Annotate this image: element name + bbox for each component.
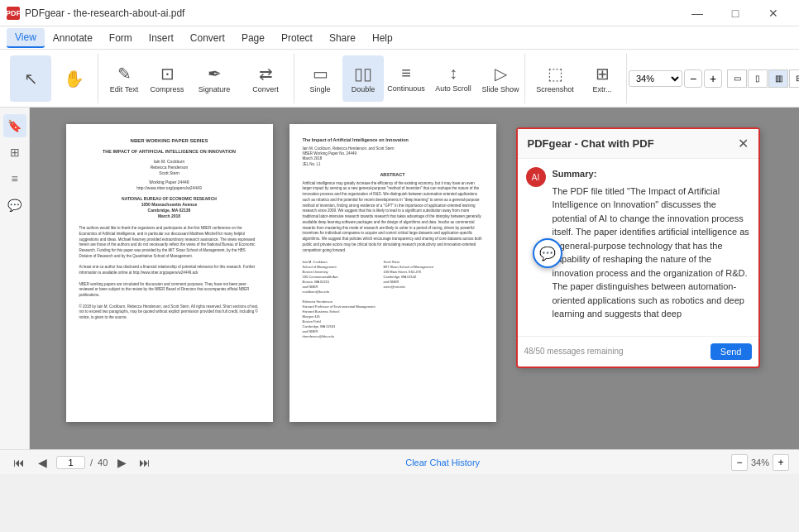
total-pages: 40 (98, 458, 108, 467)
slideshow-label: Slide Show (481, 85, 519, 93)
toolbar-edit-group: ✎ Edit Text ⊡ Compress ✒ Signature ⇄ Con… (100, 54, 294, 103)
last-page-button[interactable]: ⏭ (136, 453, 154, 472)
menu-item-insert[interactable]: Insert (141, 29, 182, 47)
cursor-icon: ↖ (24, 69, 38, 89)
title-bar: PDF PDFgear - the-research-about-ai.pdf … (0, 0, 799, 26)
app-icon: PDF (7, 7, 20, 20)
edit-text-label: Edit Text (110, 85, 138, 93)
menu-bar: ViewAnnotateFormInsertConvertPageProtect… (0, 26, 799, 50)
view-mode-4-button[interactable]: ⊟ (789, 69, 799, 88)
convert-button[interactable]: ⇄ Convert (241, 55, 290, 102)
page2-authors-line: Iain M. Cockburn, Rebecca Henderson, and… (303, 146, 483, 167)
toolbar-tools-group: ⬚ Screenshot ⊞ Extr... (527, 54, 627, 103)
slideshow-button[interactable]: ▷ Slide Show (480, 55, 521, 102)
sidebar-thumbnail-button[interactable]: ⊞ (3, 141, 26, 164)
page1-body: The authors would like to thank the orga… (79, 226, 260, 321)
double-view-button[interactable]: ▯▯ Double (342, 55, 384, 102)
main-toolbar: ↖ ✋ ✎ Edit Text ⊡ Compress ✒ Signature ⇄… (0, 50, 799, 108)
signature-label: Signature (199, 85, 231, 93)
toolbar-view-group: ▭ Single ▯▯ Double ≡ Continuous ↕ Auto S… (296, 54, 525, 103)
screenshot-button[interactable]: ⬚ Screenshot (530, 55, 580, 102)
convert-label: Convert (252, 85, 279, 93)
continuous-icon: ≡ (401, 64, 411, 83)
auto-scroll-button[interactable]: ↕ Auto Scroll (428, 55, 478, 102)
page1-working-paper: Working Paper 24449http://www.nber.org/p… (79, 180, 260, 191)
signature-icon: ✒ (208, 64, 222, 84)
sidebar-comment-button[interactable]: 💬 (3, 194, 26, 217)
menu-item-form[interactable]: Form (101, 29, 141, 47)
screenshot-label: Screenshot (536, 85, 574, 93)
signature-button[interactable]: ✒ Signature (189, 55, 239, 102)
prev-page-button[interactable]: ◀ (33, 453, 51, 472)
zoom-out-button[interactable]: − (684, 69, 702, 88)
double-icon: ▯▯ (354, 64, 372, 84)
page2-abstract: Artificial intelligence may greatly incr… (303, 181, 483, 254)
menu-item-view[interactable]: View (7, 28, 45, 48)
next-page-button[interactable]: ▶ (112, 453, 131, 472)
page-navigation: ⏮ ◀ / 40 ▶ ⏭ (10, 453, 154, 472)
menu-item-help[interactable]: Help (364, 29, 401, 47)
hand-tool-button[interactable]: ✋ (53, 55, 94, 102)
continuous-label: Continuous (387, 84, 425, 93)
view-mode-1-button[interactable]: ▭ (727, 69, 747, 88)
ai-avatar: AI (526, 167, 546, 187)
sidebar-layers-button[interactable]: ≡ (3, 167, 26, 190)
hand-icon: ✋ (64, 69, 84, 89)
menu-item-protect[interactable]: Protect (273, 29, 321, 47)
page2-affiliations: Iain M. CockburnSchool of ManagementBost… (303, 260, 483, 339)
first-page-button[interactable]: ⏮ (10, 453, 28, 472)
bottom-zoom-out-button[interactable]: − (731, 454, 748, 471)
pdf-page-1: NBER WORKING PAPER SERIES THE IMPACT OF … (66, 124, 273, 422)
menu-item-share[interactable]: Share (321, 29, 364, 47)
compress-button[interactable]: ⊡ Compress (146, 55, 188, 102)
window-title: PDFgear - the-research-about-ai.pdf (25, 7, 184, 19)
extract-button[interactable]: ⊞ Extr... (581, 55, 623, 102)
edit-text-button[interactable]: ✎ Edit Text (103, 55, 145, 102)
pdf-viewer[interactable]: NBER WORKING PAPER SERIES THE IMPACT OF … (30, 108, 799, 449)
view-mode-3-button[interactable]: ▥ (768, 69, 788, 88)
maximize-button[interactable]: □ (716, 0, 754, 26)
menu-item-convert[interactable]: Convert (182, 29, 233, 47)
page2-abstract-label: ABSTRACT (303, 172, 483, 179)
page1-title: THE IMPACT OF ARTIFICIAL INTELLIGENCE ON… (79, 149, 260, 156)
select-tool-button[interactable]: ↖ (10, 55, 51, 102)
pdf-page-2: The Impact of Artificial Intelligence on… (289, 124, 496, 422)
view-mode-2-button[interactable]: ▯ (748, 69, 768, 88)
bottom-zoom-in-button[interactable]: + (773, 454, 789, 471)
convert-icon: ⇄ (259, 64, 273, 84)
bottom-zoom-value: 34% (751, 458, 769, 467)
current-page-input[interactable] (56, 456, 85, 469)
chat-close-button[interactable]: ✕ (738, 136, 749, 151)
single-view-button[interactable]: ▭ Single (299, 55, 341, 102)
slideshow-icon: ▷ (495, 64, 507, 84)
page1-authors: Iain M. CockburnRebecca HendersonScott S… (79, 159, 260, 176)
clear-chat-button[interactable]: Clear Chat History (405, 458, 480, 467)
auto-scroll-label: Auto Scroll (435, 84, 471, 93)
menu-item-page[interactable]: Page (233, 29, 273, 47)
page1-series: NBER WORKING PAPER SERIES (79, 137, 260, 144)
title-bar-controls: — □ ✕ (678, 0, 792, 26)
toolbar-select-group: ↖ ✋ (7, 54, 98, 103)
minimize-button[interactable]: — (678, 0, 716, 26)
main-content: 🔖 ⊞ ≡ 💬 NBER WORKING PAPER SERIES THE IM… (0, 108, 799, 449)
single-label: Single (309, 85, 330, 93)
sidebar-bookmark-button[interactable]: 🔖 (3, 114, 26, 137)
zoom-controls: 34%25%50%75%100% − + ▭ ▯ ▥ ⊟ ↺ ↻ (629, 69, 799, 88)
ai-chat-icon: 💬 (539, 246, 556, 261)
edit-icon: ✎ (117, 64, 132, 84)
page1-org: NATIONAL BUREAU OF ECONOMIC RESEARCH1050… (79, 196, 260, 219)
chat-header: PDFgear - Chat with PDF ✕ (518, 129, 758, 159)
page-separator: / (90, 458, 93, 467)
zoom-select[interactable]: 34%25%50%75%100% (629, 70, 682, 87)
send-button[interactable]: Send (710, 343, 752, 360)
continuous-view-button[interactable]: ≡ Continuous (385, 55, 427, 102)
extract-icon: ⊞ (596, 64, 610, 84)
zoom-in-button[interactable]: + (704, 69, 722, 88)
menu-item-annotate[interactable]: Annotate (45, 29, 101, 47)
page2-title: The Impact of Artificial Intelligence on… (303, 137, 483, 144)
close-button[interactable]: ✕ (754, 0, 792, 26)
summary-text: The PDF file titled "The Impact of Artif… (553, 185, 750, 321)
ai-chat-button[interactable]: 💬 (533, 238, 562, 268)
bottom-zoom-controls: − 34% + (731, 454, 789, 471)
screenshot-icon: ⬚ (548, 64, 563, 84)
